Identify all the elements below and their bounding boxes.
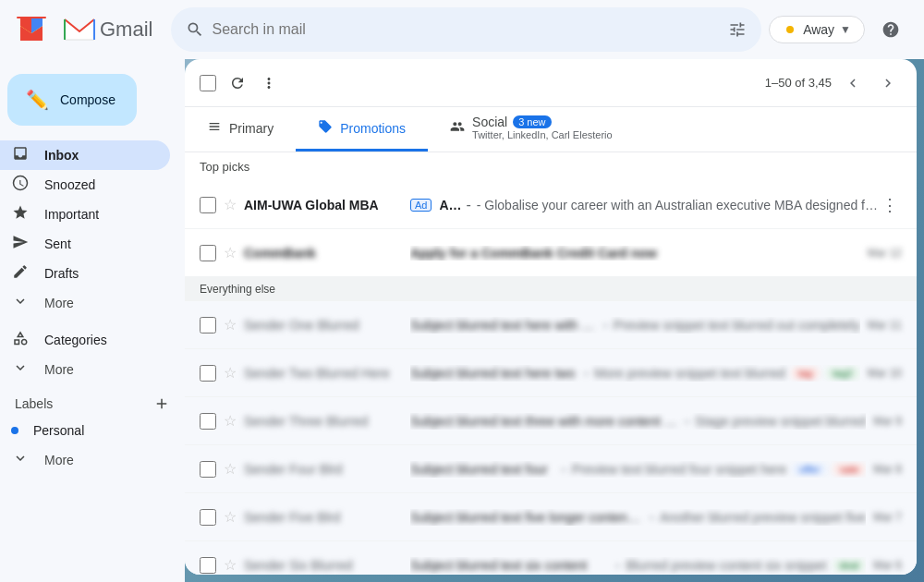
- more-options-button[interactable]: [255, 69, 283, 97]
- email-checkbox-b5[interactable]: [200, 509, 216, 526]
- sender-1: AIM-UWA Global MBA: [244, 198, 410, 212]
- inbox-icon: [11, 145, 30, 165]
- email-subject-b2: Subject blurred text here two: [410, 366, 578, 381]
- email-row-b5[interactable]: ☆ Sender Five Blrd Subject blurred text …: [185, 493, 917, 541]
- next-page-button[interactable]: [874, 69, 902, 97]
- sep-b5: -: [650, 509, 654, 526]
- help-button[interactable]: [872, 11, 909, 48]
- tag-b4: offer: [792, 463, 827, 476]
- star-button-b4[interactable]: ☆: [224, 460, 237, 478]
- social-top-row: Social 3 new: [472, 115, 613, 129]
- email-row-ad[interactable]: ☆ AIM-UWA Global MBA Ad Australian MBA |…: [185, 181, 917, 229]
- sidebar-item-sent[interactable]: Sent: [0, 229, 170, 259]
- tab-promotions[interactable]: Promotions: [296, 107, 428, 152]
- email-body-2: Apply for a CommBank Credit Card now: [410, 246, 860, 261]
- date-b6: Mar 6: [873, 559, 902, 572]
- sidebar-item-drafts[interactable]: Drafts: [0, 259, 170, 288]
- email-date-2: Mar 12: [868, 247, 902, 260]
- sidebar-more-2[interactable]: More: [0, 355, 170, 384]
- search-options-icon[interactable]: [728, 20, 747, 39]
- sender-b6: Sender Six Blurred: [244, 558, 410, 573]
- sep-b6: -: [615, 557, 620, 574]
- email-row-b2[interactable]: ☆ Sender Two Blurred Here Subject blurre…: [185, 349, 917, 397]
- email-checkbox-b6[interactable]: [200, 557, 216, 574]
- star-button-2[interactable]: ☆: [224, 244, 237, 261]
- snippet-b5: Another blurred preview snippet five: [660, 510, 866, 525]
- compose-label: Compose: [60, 92, 116, 107]
- label-personal-text: Personal: [33, 423, 84, 438]
- search-input[interactable]: [212, 21, 721, 38]
- label-personal-dot: [11, 427, 18, 434]
- svg-point-1: [786, 26, 794, 33]
- sidebar-item-categories[interactable]: Categories: [0, 325, 170, 355]
- sidebar-more-1[interactable]: More: [0, 288, 170, 318]
- sidebar-item-snoozed[interactable]: Snoozed: [0, 170, 170, 200]
- snippet-b6: Blurred preview content six snippet: [626, 558, 826, 573]
- status-pill[interactable]: Away ▼: [769, 16, 865, 43]
- email-checkbox-b3[interactable]: [200, 413, 216, 430]
- email-checkbox-2[interactable]: [200, 245, 216, 261]
- gmail-logo: [15, 13, 48, 46]
- compose-icon: ✏️: [26, 89, 49, 111]
- email-subject-b3: Subject blurred text three with more con…: [410, 414, 679, 429]
- email-checkbox-b2[interactable]: [200, 365, 216, 382]
- compose-button[interactable]: ✏️ Compose: [7, 74, 137, 126]
- email-row-b3[interactable]: ☆ Sender Three Blurred Subject blurred t…: [185, 397, 917, 445]
- search-icon[interactable]: [186, 20, 204, 39]
- sender-b2: Sender Two Blurred Here: [244, 366, 410, 381]
- email-body-b5: Subject blurred text five longer content…: [410, 509, 866, 526]
- sidebar-item-important[interactable]: Important: [0, 200, 170, 229]
- tab-social[interactable]: Social 3 new Twitter, LinkedIn, Carl Ele…: [428, 107, 635, 152]
- sent-label: Sent: [44, 236, 71, 251]
- star-button-b2[interactable]: ☆: [224, 364, 237, 382]
- add-label-button[interactable]: [153, 395, 170, 412]
- snippet-b4: Preview text blurred four snippet here: [572, 462, 787, 477]
- email-snippet-1: - Globalise your career with an Australi…: [477, 198, 878, 212]
- gmail-envelope-icon: [63, 18, 96, 42]
- email-checkbox-b1[interactable]: [200, 317, 216, 333]
- toolbar-right: 1–50 of 3,45: [765, 69, 902, 97]
- email-body-b4: Subject blurred text four - Preview text…: [410, 461, 866, 478]
- date-b4: Mar 8: [873, 463, 902, 476]
- prev-page-button[interactable]: [839, 69, 867, 97]
- sidebar: ✏️ Compose Inbox Snoozed Important: [0, 59, 185, 582]
- sender-b3: Sender Three Blurred: [244, 414, 410, 429]
- pagination-text: 1–50 of 3,45: [765, 76, 832, 90]
- email-checkbox-b4[interactable]: [200, 461, 216, 478]
- sep-b4: -: [561, 461, 565, 478]
- ad-badge: Ad: [410, 199, 432, 212]
- snoozed-icon: [11, 175, 30, 195]
- gmail-wordmark: Gmail: [100, 18, 152, 42]
- sent-icon: [11, 234, 30, 254]
- star-button-b3[interactable]: ☆: [224, 412, 237, 430]
- sender-b4: Sender Four Blrd: [244, 462, 410, 477]
- categories-label: Categories: [44, 333, 107, 347]
- tab-promotions-label: Promotions: [340, 121, 406, 136]
- sidebar-item-inbox[interactable]: Inbox: [0, 140, 170, 170]
- topbar-right: Away ▼: [769, 11, 909, 48]
- star-button-b5[interactable]: ☆: [224, 508, 237, 526]
- sender-2: CommBank: [244, 246, 410, 261]
- tab-primary[interactable]: Primary: [185, 107, 296, 152]
- snoozed-label: Snoozed: [44, 177, 95, 192]
- email-row-b1[interactable]: ☆ Sender One Blurred Subject blurred tex…: [185, 301, 917, 349]
- sidebar-label-personal[interactable]: Personal: [0, 416, 170, 445]
- mail-toolbar: 1–50 of 3,45: [185, 59, 917, 107]
- email-checkbox-1[interactable]: [200, 197, 216, 213]
- sidebar-more-3[interactable]: More: [0, 445, 170, 475]
- star-button-1[interactable]: ☆: [224, 196, 237, 213]
- star-button-b6[interactable]: ☆: [224, 556, 237, 574]
- social-label: Social: [472, 115, 507, 129]
- star-button-b1[interactable]: ☆: [224, 316, 237, 333]
- email-row-2[interactable]: ☆ CommBank Apply for a CommBank Credit C…: [185, 229, 917, 277]
- search-bar[interactable]: [171, 7, 761, 52]
- select-all-checkbox[interactable]: [200, 75, 216, 91]
- chevron-down-icon: ▼: [840, 23, 851, 36]
- email-row-b4[interactable]: ☆ Sender Four Blrd Subject blurred text …: [185, 445, 917, 493]
- refresh-button[interactable]: [224, 69, 251, 97]
- snippet-b2: More preview snippet text blurred: [594, 366, 785, 381]
- tag-b2: tag: [791, 367, 820, 380]
- email-row-b6[interactable]: ☆ Sender Six Blurred Subject blurred tex…: [185, 541, 917, 575]
- social-badge: 3 new: [513, 115, 551, 128]
- email-more-button-1[interactable]: ⋮: [878, 191, 902, 219]
